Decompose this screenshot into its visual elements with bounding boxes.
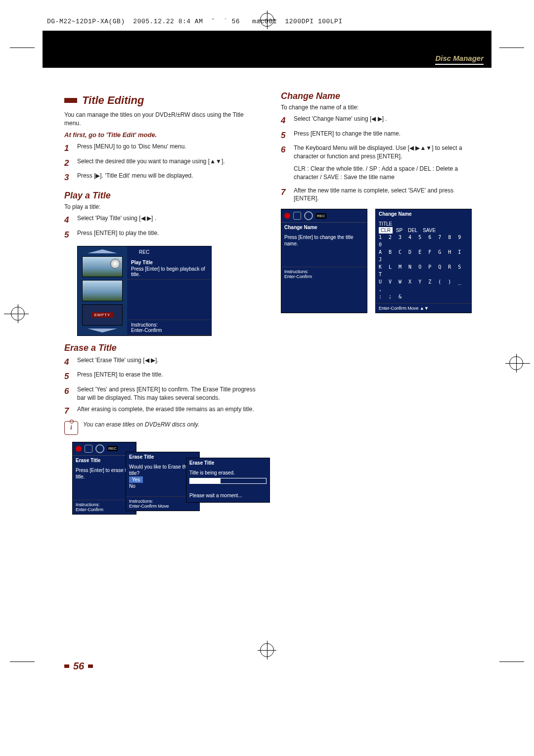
cn-step-6-detail: CLR : Clear the whole title. / SP : Add … xyxy=(294,165,474,182)
kbd-del: DEL xyxy=(406,227,419,234)
osd-play-title: EMPTY REC Play Title Press [Enter] to be… xyxy=(77,246,212,336)
kbd-row-4: U V W X Y Z ( ) _ , xyxy=(379,278,468,293)
rec-label-icon: REC xyxy=(316,213,326,219)
progress-bar xyxy=(189,478,267,484)
osd-cn2-instr: Enter-Confirm Move ▲▼ xyxy=(376,303,471,313)
left-column: Title Editing You can manage the titles … xyxy=(64,89,257,672)
media-icon xyxy=(85,445,92,453)
rec-label-icon: REC xyxy=(139,249,149,255)
media-icon xyxy=(293,212,301,220)
info-icon: i xyxy=(64,421,78,435)
play-step-4: Select 'Play Title' using [◀ ▶] . xyxy=(77,214,156,226)
osd-erase3-body: Title is being erased. xyxy=(189,470,235,475)
page-number: 56 xyxy=(64,661,93,672)
play-step-5: Press [ENTER] to play the title. xyxy=(77,229,159,241)
osd-cn1-head: Change Name xyxy=(281,223,367,232)
erase-step-4: Select 'Erase Title' using [◀ ▶]. xyxy=(77,356,159,368)
osd-change-name-cluster: REC Change Name Press [Enter] to change … xyxy=(281,209,474,313)
osd-erase2-instr-label: Instructions: xyxy=(129,499,153,504)
nav-up-icon xyxy=(88,249,117,253)
title-thumbnail xyxy=(82,256,123,278)
corner-rule-tr xyxy=(499,47,524,48)
osd-erase2-no: No xyxy=(129,483,135,489)
registration-mark-top xyxy=(260,13,274,27)
rec-label-icon: REC xyxy=(107,446,118,451)
erase-title-heading: Erase a Title xyxy=(64,343,257,353)
osd-play-label: Play Title xyxy=(131,260,207,265)
change-name-heading: Change Name xyxy=(281,91,474,101)
nav-down-icon xyxy=(88,329,117,332)
section-band-label: Disc Manager xyxy=(435,54,484,65)
registration-mark-bottom xyxy=(260,643,274,657)
registration-mark-left xyxy=(11,307,25,321)
kbd-row-funcs: CLR SP DEL SAVE xyxy=(379,227,468,234)
erase-note: You can erase titles on DVD±RW discs onl… xyxy=(83,421,199,428)
osd-erase2-yes: Yes xyxy=(129,476,143,483)
mode-line: At first, go to 'Title Edit' mode. xyxy=(64,131,257,140)
power-icon xyxy=(304,211,313,220)
title-editing-heading: Title Editing xyxy=(64,94,257,107)
mode-step-2: Select the desired title you want to man… xyxy=(77,157,225,169)
osd-erase3-head: Erase Title xyxy=(186,458,269,468)
power-icon xyxy=(95,444,104,453)
kbd-row-1: 1 2 3 4 5 6 7 8 9 0 xyxy=(379,234,468,248)
record-icon xyxy=(76,446,82,452)
change-name-intro: To change the name of a title: xyxy=(281,103,474,112)
osd-cn1-instr-body: Enter-Confirm xyxy=(284,274,312,279)
osd-cn1-instr-label: Instructions: xyxy=(284,269,309,274)
corner-rule-tl xyxy=(10,47,35,48)
record-icon xyxy=(284,213,290,219)
title-thumbnail-empty: EMPTY xyxy=(82,304,123,326)
osd-erase2-instr-body: Enter-Confirm Move xyxy=(129,504,169,509)
title-thumbnail xyxy=(82,280,123,301)
play-title-intro: To play a title: xyxy=(64,203,257,211)
corner-rule-br xyxy=(499,662,524,662)
osd-cn2-head: Change Name xyxy=(376,209,471,219)
play-title-heading: Play a Title xyxy=(64,190,257,201)
mode-step-1: Press [MENU] to go to 'Disc Menu' menu. xyxy=(77,142,186,154)
osd-instructions-label: Instructions: xyxy=(131,322,158,328)
kbd-sp: SP xyxy=(394,227,404,234)
osd-erase1-instr-body: Enter-Confirm xyxy=(76,507,103,512)
title-editing-intro: You can manage the titles on your DVD±R/… xyxy=(64,111,257,128)
cn-step-4: Select 'Change Name' using [◀ ▶] . xyxy=(294,115,387,127)
erase-step-5: Press [ENTER] to erase the title. xyxy=(77,371,163,382)
corner-rule-bl xyxy=(10,662,35,662)
osd-erase-cluster: REC Erase Title Press [Enter] to erase t… xyxy=(72,442,257,541)
registration-mark-right xyxy=(509,356,523,370)
kbd-clr: CLR xyxy=(379,227,393,234)
osd-cn1-body: Press [Enter] to change the title name. xyxy=(281,232,367,267)
cn-step-5: Press [ENTER] to change the title name. xyxy=(294,130,400,142)
cn-step-7: After the new title name is complete, se… xyxy=(294,187,474,203)
kbd-row-5: : ; & xyxy=(379,293,468,300)
osd-play-body: Press [Enter] to begin playback of title… xyxy=(131,266,205,277)
right-column: Change Name To change the name of a titl… xyxy=(281,89,474,672)
kbd-row-2: A B C D E F G H I J xyxy=(379,248,468,263)
kbd-row-3: K L M N O P Q R S T xyxy=(379,263,468,278)
erase-step-6: Select 'Yes' and press [ENTER] to confir… xyxy=(77,385,257,402)
osd-erase1-instr-label: Instructions: xyxy=(76,502,100,507)
osd-erase2-body: Would you like to Erase the title? xyxy=(129,464,189,476)
erase-step-7: After erasing is complete, the erased ti… xyxy=(77,405,254,417)
osd-instructions-body: Enter-Confirm xyxy=(131,328,162,333)
osd-erase3-wait: Please wait a moment... xyxy=(189,493,242,498)
kbd-save: SAVE xyxy=(421,227,438,234)
mode-step-3: Press [▶]. 'Title Edit' menu will be dis… xyxy=(77,172,193,184)
kbd-title: TITLE xyxy=(379,221,468,227)
section-band: Disc Manager xyxy=(43,31,491,68)
cn-step-6: The Keyboard Menu will be displayed. Use… xyxy=(294,144,462,160)
